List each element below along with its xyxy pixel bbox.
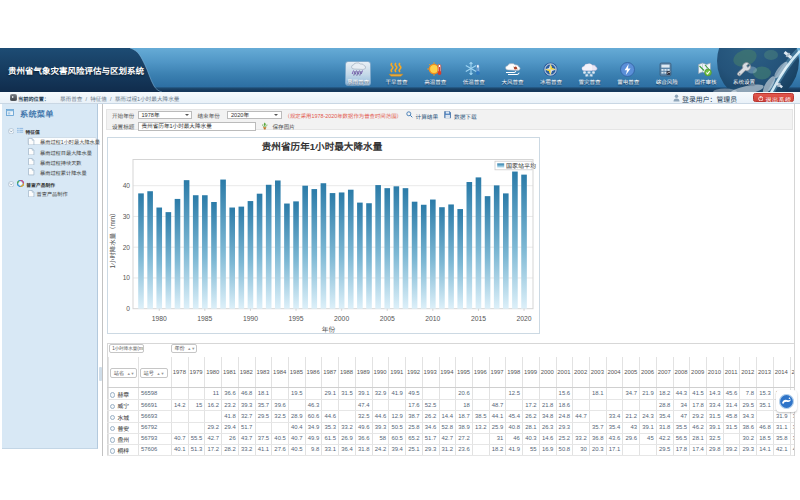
svg-text:1995: 1995 (288, 314, 303, 321)
svg-text:1990: 1990 (242, 314, 257, 321)
svg-text:1小时降水量（mm）: 1小时降水量（mm） (109, 209, 116, 268)
svg-text:国家站平均: 国家站平均 (506, 162, 536, 169)
svg-text:2005: 2005 (379, 314, 394, 321)
svg-text:贵州省历年1小时最大降水量: 贵州省历年1小时最大降水量 (261, 141, 382, 152)
svg-text:2000: 2000 (334, 314, 349, 321)
svg-text:1985: 1985 (197, 314, 212, 321)
svg-text:2015: 2015 (470, 314, 485, 321)
svg-text:10: 10 (122, 274, 130, 281)
svg-text:20: 20 (122, 243, 130, 250)
svg-text:2010: 2010 (425, 314, 440, 321)
svg-text:30: 30 (122, 212, 130, 219)
svg-text:40: 40 (122, 182, 130, 189)
svg-text:2020: 2020 (516, 314, 531, 321)
svg-text:1980: 1980 (151, 314, 166, 321)
svg-text:0: 0 (126, 305, 130, 312)
svg-text:年份: 年份 (321, 326, 335, 333)
